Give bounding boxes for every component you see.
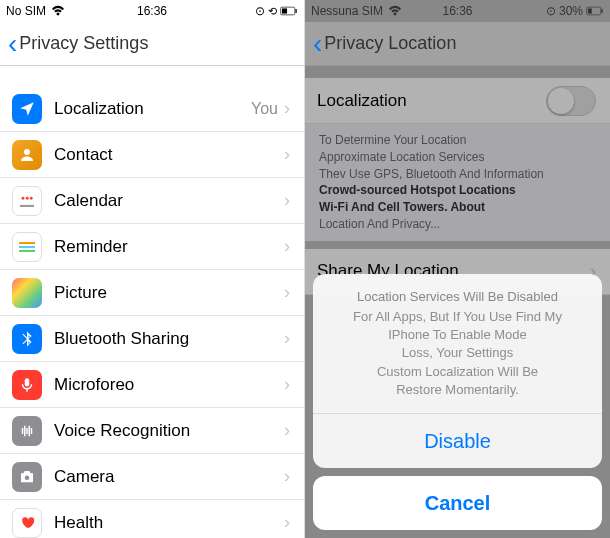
cancel-button[interactable]: Cancel	[313, 476, 602, 530]
action-sheet: Location Services Will Be Disabled For A…	[313, 274, 602, 468]
wifi-icon	[49, 2, 67, 20]
row-calendar[interactable]: ●●●▬▬ Calendar ›	[0, 178, 304, 224]
voice-icon	[12, 416, 42, 446]
chevron-right-icon: ›	[284, 190, 290, 211]
location-icon	[12, 94, 42, 124]
row-label: Bluetooth Sharing	[54, 329, 284, 349]
nav-title: Privacy Settings	[19, 33, 148, 54]
carrier-label: No SIM	[6, 4, 46, 18]
settings-list[interactable]: Localization You › Contact › ●●●▬▬ Calen…	[0, 66, 304, 538]
chevron-right-icon: ›	[284, 282, 290, 303]
battery-icon	[280, 2, 298, 20]
row-label: Picture	[54, 283, 284, 303]
nav-bar: ‹ Privacy Settings	[0, 22, 304, 66]
row-localization-toggle[interactable]: Localization	[305, 78, 610, 124]
contact-icon	[12, 140, 42, 170]
back-button[interactable]: ‹	[8, 28, 17, 60]
reminder-icon	[12, 232, 42, 262]
carrier-label: Nessuna SIM	[311, 4, 383, 18]
battery-icon	[586, 2, 604, 20]
calendar-icon: ●●●▬▬	[12, 186, 42, 216]
row-label: Calendar	[54, 191, 284, 211]
screen-privacy-settings: No SIM 16:36 ⊙ ⟲ ‹ Privacy Settings Loca…	[0, 0, 305, 538]
row-camera[interactable]: Camera ›	[0, 454, 304, 500]
clock: 16:36	[442, 4, 472, 18]
row-picture[interactable]: Picture ›	[0, 270, 304, 316]
chevron-right-icon: ›	[284, 98, 290, 119]
bluetooth-icon	[12, 324, 42, 354]
svg-rect-1	[295, 9, 296, 13]
alarm-icon: ⊙	[546, 4, 556, 18]
row-bluetooth[interactable]: Bluetooth Sharing ›	[0, 316, 304, 362]
row-contact[interactable]: Contact ›	[0, 132, 304, 178]
svg-point-5	[25, 475, 30, 480]
svg-rect-4	[25, 378, 30, 386]
row-voice[interactable]: Voice Recognition ›	[0, 408, 304, 454]
row-label: Camera	[54, 467, 284, 487]
battery-percent: 30%	[559, 4, 583, 18]
chevron-right-icon: ›	[284, 512, 290, 533]
status-bar: No SIM 16:36 ⊙ ⟲	[0, 0, 304, 22]
action-sheet-overlay: Location Services Will Be Disabled For A…	[305, 266, 610, 538]
chevron-right-icon: ›	[284, 144, 290, 165]
health-icon	[12, 508, 42, 538]
svg-rect-2	[282, 8, 287, 13]
photos-icon	[12, 278, 42, 308]
svg-point-3	[24, 149, 30, 155]
svg-rect-7	[601, 9, 602, 13]
wifi-icon	[386, 2, 404, 20]
localization-toggle[interactable]	[546, 86, 596, 116]
alarm-icon: ⊙	[255, 4, 265, 18]
cancel-sheet: Cancel	[313, 476, 602, 530]
row-label: Localization	[54, 99, 251, 119]
svg-rect-8	[588, 8, 592, 13]
row-label: Contact	[54, 145, 284, 165]
camera-icon	[12, 462, 42, 492]
row-label: Localization	[317, 91, 546, 111]
rotation-lock-icon: ⟲	[268, 5, 277, 18]
chevron-right-icon: ›	[284, 420, 290, 441]
chevron-right-icon: ›	[284, 466, 290, 487]
row-health[interactable]: Health ›	[0, 500, 304, 538]
clock: 16:36	[137, 4, 167, 18]
action-sheet-message: Location Services Will Be Disabled For A…	[313, 274, 602, 414]
row-label: Reminder	[54, 237, 284, 257]
status-bar: Nessuna SIM 16:36 ⊙ 30%	[305, 0, 610, 22]
row-label: Health	[54, 513, 284, 533]
back-button[interactable]: ‹	[313, 28, 322, 60]
chevron-right-icon: ›	[284, 374, 290, 395]
row-microphone[interactable]: Microforeo ›	[0, 362, 304, 408]
row-reminder[interactable]: Reminder ›	[0, 224, 304, 270]
chevron-right-icon: ›	[284, 328, 290, 349]
info-text: To Determine Your Location Approximate L…	[305, 124, 610, 241]
nav-bar: ‹ Privacy Location	[305, 22, 610, 66]
disable-button[interactable]: Disable	[313, 414, 602, 468]
chevron-right-icon: ›	[284, 236, 290, 257]
row-detail: You	[251, 100, 278, 118]
microphone-icon	[12, 370, 42, 400]
row-localization[interactable]: Localization You ›	[0, 86, 304, 132]
nav-title: Privacy Location	[324, 33, 456, 54]
screen-privacy-location: Nessuna SIM 16:36 ⊙ 30% ‹ Privacy Locati…	[305, 0, 610, 538]
row-label: Voice Recognition	[54, 421, 284, 441]
row-label: Microforeo	[54, 375, 284, 395]
